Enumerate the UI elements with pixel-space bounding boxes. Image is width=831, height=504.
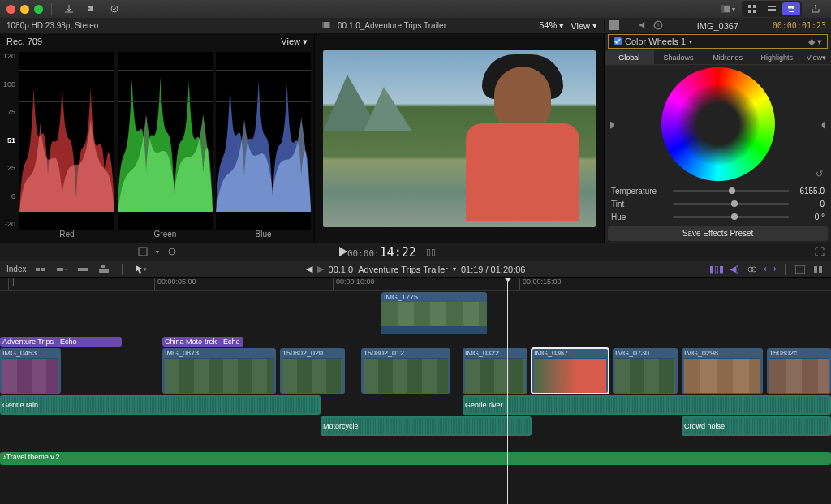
viewer-view-menu[interactable]: View ▾ bbox=[571, 20, 597, 31]
svg-rect-7 bbox=[748, 10, 751, 13]
format-info: 1080p HD 23.98p, Stereo bbox=[0, 21, 315, 30]
color-wheels-section[interactable]: Color Wheels 1 ▾ ◆ ▾ bbox=[608, 34, 828, 49]
audio-inspector-icon[interactable] bbox=[639, 20, 648, 32]
audio-clip[interactable]: Crowd noise bbox=[682, 416, 831, 436]
snapping-icon[interactable]: ⟷ bbox=[764, 264, 777, 275]
tab-global[interactable]: Global bbox=[605, 50, 654, 64]
nav-back-icon[interactable]: ◀ bbox=[306, 264, 312, 274]
svg-point-11 bbox=[788, 6, 791, 9]
effect-keyframe-icon[interactable]: ◆ ▾ bbox=[808, 37, 822, 47]
tab-view-menu[interactable]: View▾ bbox=[802, 50, 831, 64]
inspector-toggle-icon[interactable] bbox=[782, 2, 800, 15]
media-overwrite-icon[interactable] bbox=[76, 264, 89, 275]
solo-icon[interactable] bbox=[746, 264, 759, 275]
connected-clip[interactable]: IMG_1775 bbox=[381, 292, 487, 334]
hue-slider[interactable]: Hue0 ° bbox=[611, 210, 825, 223]
scopes-view-menu[interactable]: View ▾ bbox=[281, 37, 308, 47]
reset-icon[interactable]: ↺ bbox=[816, 169, 823, 179]
color-inspector-icon[interactable] bbox=[624, 20, 634, 32]
skimming-icon[interactable]: ▮▯▮ bbox=[710, 264, 723, 275]
fullscreen-icon[interactable] bbox=[815, 247, 825, 258]
channel-label: Red bbox=[19, 230, 114, 243]
saturation-arc-icon[interactable]: ◗ bbox=[609, 118, 614, 129]
minimize-window-button[interactable] bbox=[20, 5, 29, 14]
share-icon[interactable] bbox=[807, 2, 825, 15]
film-icon bbox=[321, 20, 331, 32]
timeline-layout-icon[interactable] bbox=[763, 2, 781, 15]
nav-forward-icon[interactable]: ▶ bbox=[317, 264, 324, 274]
save-preset-button[interactable]: Save Effects Preset bbox=[608, 226, 828, 241]
ruler-tick: ∣ bbox=[8, 278, 15, 290]
workspace-group bbox=[742, 1, 802, 17]
browser-layout-icon[interactable] bbox=[743, 2, 761, 15]
music-clip[interactable]: ♪ Travel theme v.2 bbox=[0, 452, 831, 465]
maximize-window-button[interactable] bbox=[34, 5, 43, 14]
window-titlebar: ▾ bbox=[0, 0, 831, 18]
timeline[interactable]: ∣ 00:00:05:00 00:00:10:00 00:00:15:00 IM… bbox=[0, 278, 831, 504]
import-icon[interactable] bbox=[60, 2, 78, 15]
media-connect-icon[interactable] bbox=[97, 264, 110, 275]
video-clip[interactable]: IMG_0730 bbox=[613, 348, 678, 394]
background-tasks-icon[interactable] bbox=[105, 2, 123, 15]
title-clip[interactable]: China Moto-trek - Echo bbox=[162, 337, 243, 347]
svg-point-12 bbox=[791, 6, 794, 9]
info-inspector-icon[interactable]: i bbox=[653, 20, 663, 32]
viewer[interactable] bbox=[315, 34, 604, 243]
playback-bar: ▾ 00:00:14:22 ▯▯ bbox=[0, 243, 831, 261]
svg-rect-4 bbox=[721, 6, 724, 13]
scopes-layout-icon[interactable] bbox=[138, 247, 148, 258]
play-icon[interactable] bbox=[339, 247, 347, 258]
upper-panes: Rec. 709 View ▾ 120 100 75 51 25 0 -20 R bbox=[0, 34, 831, 243]
music-track: ♪ Travel theme v.2 bbox=[0, 451, 831, 466]
media-insert-icon[interactable] bbox=[34, 264, 47, 275]
audio-clip[interactable]: Motorcycle bbox=[321, 416, 532, 436]
scopes-colorspace: Rec. 709 bbox=[6, 37, 42, 46]
audio-track-2: Motorcycle Crowd noise bbox=[0, 416, 831, 437]
select-tool-icon[interactable]: ▾ bbox=[134, 264, 147, 275]
svg-rect-5 bbox=[748, 5, 751, 8]
video-clip[interactable]: 150802_012 bbox=[361, 348, 450, 394]
zoom-level[interactable]: 54% ▾ bbox=[539, 20, 564, 31]
video-clip[interactable]: 150802c bbox=[767, 348, 831, 394]
library-toggle-icon[interactable]: ▾ bbox=[719, 2, 737, 15]
video-clip[interactable]: IMG_0873 bbox=[162, 348, 276, 394]
svg-rect-19 bbox=[139, 248, 147, 256]
effects-browser-icon[interactable] bbox=[812, 264, 825, 275]
video-clip[interactable]: IMG_0322 bbox=[463, 348, 527, 394]
timeline-layout-icon[interactable] bbox=[794, 264, 807, 275]
timeline-ruler[interactable]: ∣ 00:00:05:00 00:00:10:00 00:00:15:00 bbox=[0, 278, 831, 291]
audio-skimming-icon[interactable]: ◀) bbox=[728, 264, 741, 275]
divider bbox=[785, 264, 786, 275]
audio-clip[interactable]: Gentle rain bbox=[0, 395, 321, 415]
timeline-project-name[interactable]: 00.1.0_Adventure Trips Trailer bbox=[329, 265, 448, 274]
playhead[interactable] bbox=[507, 278, 508, 504]
tab-highlights[interactable]: Highlights bbox=[752, 50, 802, 64]
tint-slider[interactable]: Tint0 bbox=[611, 197, 825, 210]
scopes-settings-icon[interactable] bbox=[167, 247, 177, 258]
video-clip[interactable]: 150802_020 bbox=[280, 348, 345, 394]
video-inspector-icon[interactable] bbox=[609, 20, 619, 32]
svg-point-28 bbox=[751, 267, 756, 272]
audio-meter-icon[interactable]: ▯▯ bbox=[426, 247, 436, 257]
media-append-icon[interactable] bbox=[55, 264, 68, 275]
close-window-button[interactable] bbox=[6, 5, 15, 14]
svg-point-1 bbox=[88, 8, 90, 10]
tab-midtones[interactable]: Midtones bbox=[703, 50, 752, 64]
temperature-slider[interactable]: Temperature6155.0 bbox=[611, 184, 825, 197]
video-clip[interactable]: IMG_0453 bbox=[0, 348, 61, 394]
brightness-arc-icon[interactable]: ◖ bbox=[821, 118, 826, 129]
inspector-panel: Color Wheels 1 ▾ ◆ ▾ Global Shadows Midt… bbox=[604, 34, 831, 243]
effect-name: Color Wheels 1 bbox=[625, 37, 686, 46]
effect-enable-checkbox[interactable] bbox=[614, 37, 622, 45]
audio-clip[interactable]: Gentle river bbox=[463, 395, 831, 415]
project-title: 00.1.0_Adventure Trips Trailer bbox=[338, 21, 446, 30]
title-clip[interactable]: Adventure Trips - Echo bbox=[0, 337, 122, 347]
color-wheel[interactable]: ◗ ◖ ↺ bbox=[605, 65, 831, 183]
video-clip[interactable]: IMG_0298 bbox=[682, 348, 763, 394]
green-channel: Green bbox=[118, 52, 213, 243]
index-button[interactable]: Index bbox=[6, 265, 26, 274]
color-wheel-puck[interactable] bbox=[714, 120, 722, 128]
keyword-icon[interactable] bbox=[83, 2, 101, 15]
tab-shadows[interactable]: Shadows bbox=[654, 50, 704, 64]
video-clip-selected[interactable]: IMG_0367 bbox=[532, 348, 609, 394]
